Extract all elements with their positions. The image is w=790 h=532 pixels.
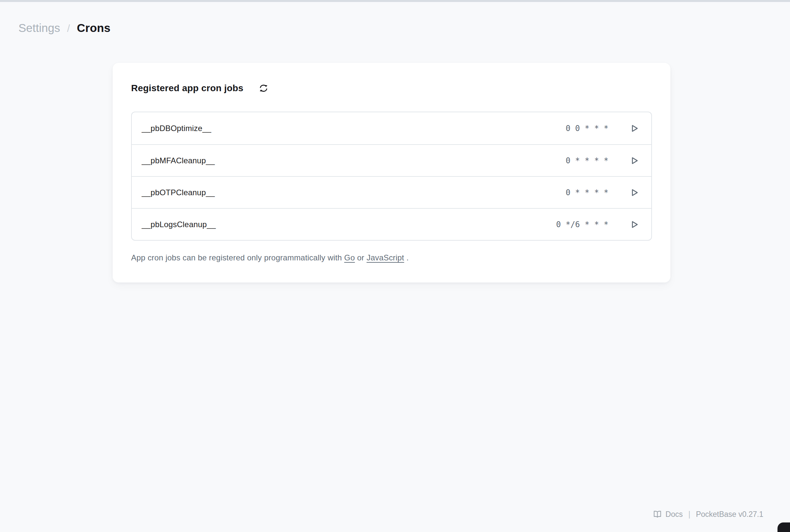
table-row: __pbLogsCleanup__ 0 */6 * * * (132, 208, 651, 240)
run-cron-button[interactable] (627, 121, 641, 136)
note-suffix: . (406, 253, 409, 262)
note-middle: or (355, 253, 366, 262)
javascript-link[interactable]: JavaScript (367, 253, 404, 262)
crons-panel: Registered app cron jobs __pbDBOptimize_… (113, 63, 670, 283)
table-row: __pbOTPCleanup__ 0 * * * * (132, 176, 651, 208)
run-cron-button[interactable] (627, 217, 641, 232)
breadcrumb: Settings / Crons (18, 20, 110, 36)
panel-title: Registered app cron jobs (131, 83, 243, 94)
panel-header: Registered app cron jobs (131, 83, 652, 94)
cron-job-schedule: 0 */6 * * * (556, 220, 608, 229)
table-row: __pbMFACleanup__ 0 * * * * (132, 144, 651, 176)
book-icon (653, 510, 662, 519)
cron-job-schedule: 0 0 * * * (566, 124, 608, 133)
corner-overlay (777, 522, 790, 532)
cron-job-schedule: 0 * * * * (566, 188, 608, 197)
cron-job-name: __pbOTPCleanup__ (142, 188, 215, 197)
page-title: Crons (77, 20, 110, 36)
version-label: PocketBase v0.27.1 (696, 510, 763, 519)
refresh-icon (259, 83, 269, 93)
play-icon (629, 219, 640, 230)
note-prefix: App cron jobs can be registered only pro… (131, 253, 344, 262)
play-icon (629, 187, 640, 198)
breadcrumb-settings[interactable]: Settings (18, 20, 60, 36)
breadcrumb-separator: / (67, 22, 70, 36)
cron-jobs-table: __pbDBOptimize__ 0 0 * * * __pbMFACleanu… (131, 112, 652, 241)
top-accent-strip (0, 0, 790, 2)
cron-job-name: __pbDBOptimize__ (142, 124, 211, 133)
cron-job-schedule: 0 * * * * (566, 156, 608, 165)
cron-note: App cron jobs can be registered only pro… (131, 253, 652, 262)
play-icon (629, 155, 640, 166)
docs-link[interactable]: Docs (653, 510, 683, 519)
table-row: __pbDBOptimize__ 0 0 * * * (132, 112, 651, 144)
run-cron-button[interactable] (627, 185, 641, 200)
app-footer: Docs | PocketBase v0.27.1 (653, 510, 763, 519)
cron-job-name: __pbLogsCleanup__ (142, 220, 216, 229)
docs-label: Docs (665, 510, 683, 519)
footer-separator: | (688, 510, 690, 519)
run-cron-button[interactable] (627, 153, 641, 168)
cron-job-name: __pbMFACleanup__ (142, 156, 215, 165)
refresh-button[interactable] (258, 83, 269, 94)
play-icon (629, 123, 640, 134)
go-link[interactable]: Go (344, 253, 355, 262)
